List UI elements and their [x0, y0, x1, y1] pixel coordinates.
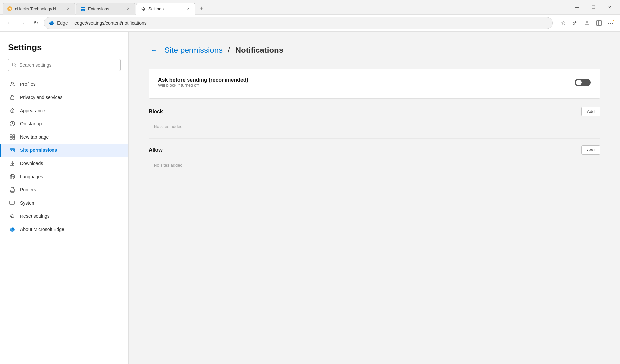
sidebar-label-profiles: Profiles — [20, 82, 36, 87]
search-settings-box[interactable] — [8, 59, 121, 71]
address-input-area[interactable]: Edge | edge://settings/content/notificat… — [44, 17, 553, 29]
window-controls: — ❐ ✕ — [569, 2, 617, 13]
sidebar-item-appearance[interactable]: Appearance — [0, 104, 128, 117]
browser-content: Settings Profiles — [0, 32, 620, 364]
tab-close-ghacks[interactable]: ✕ — [65, 6, 71, 12]
back-button[interactable]: ← — [4, 18, 15, 28]
sidebar-label-privacy: Privacy and services — [20, 95, 62, 100]
svg-rect-20 — [10, 135, 12, 137]
tabs-area: N gHacks Technology News ✕ Extensions ✕ — [3, 0, 567, 15]
downloads-icon — [9, 160, 16, 167]
tab-title-ghacks: gHacks Technology News — [15, 6, 62, 11]
sidebar-item-system[interactable]: System — [0, 196, 128, 210]
sitepermissions-icon — [9, 147, 16, 153]
allow-add-button[interactable]: Add — [581, 145, 600, 155]
sidebar-label-about: About Microsoft Edge — [20, 227, 64, 232]
sidebar-label-appearance: Appearance — [20, 108, 45, 113]
minimize-button[interactable]: — — [569, 2, 584, 13]
block-section-title: Block — [149, 109, 163, 115]
block-add-button[interactable]: Add — [581, 107, 600, 116]
forward-button[interactable]: → — [17, 18, 28, 28]
svg-point-16 — [12, 111, 13, 112]
allow-section-title: Allow — [149, 147, 163, 153]
ask-section-header: Ask before sending (recommended) Will bl… — [158, 77, 591, 88]
sidebar-item-languages[interactable]: Languages — [0, 170, 128, 183]
back-to-sitepermissions-button[interactable]: ← — [149, 45, 159, 55]
svg-point-8 — [51, 21, 53, 23]
close-button[interactable]: ✕ — [602, 2, 617, 13]
sidebar-item-profiles[interactable]: Profiles — [0, 78, 128, 91]
edge-logo-icon — [49, 20, 54, 26]
svg-rect-37 — [10, 201, 14, 204]
allow-empty-text: No sites added — [149, 160, 600, 170]
sidebar-label-printers: Printers — [20, 187, 36, 192]
page-title: Notifications — [235, 46, 283, 55]
address-bar: ← → ↻ Edge | edge://settings/content/not… — [0, 15, 620, 32]
address-url-text: Edge | edge://settings/content/notificat… — [57, 20, 548, 26]
menu-badge — [612, 19, 615, 22]
allow-section-header: Allow Add — [149, 145, 600, 155]
appearance-icon — [9, 107, 16, 114]
allow-section: Allow Add No sites added — [149, 145, 600, 170]
profile-icon[interactable] — [582, 18, 592, 28]
ask-toggle[interactable] — [575, 79, 591, 86]
sidebar-item-sitepermissions[interactable]: Site permissions — [0, 144, 128, 157]
svg-rect-2 — [81, 7, 83, 8]
svg-point-36 — [14, 190, 14, 191]
block-allow-divider — [149, 138, 600, 139]
sidebar-label-reset: Reset settings — [20, 214, 50, 219]
svg-line-13 — [15, 66, 16, 67]
main-content-area: ← Site permissions / Notifications Ask b… — [129, 32, 620, 364]
tab-ghacks[interactable]: N gHacks Technology News ✕ — [3, 3, 75, 15]
svg-rect-27 — [13, 150, 14, 151]
tab-extensions[interactable]: Extensions ✕ — [76, 3, 135, 15]
sidebar-item-printers[interactable]: Printers — [0, 183, 128, 196]
svg-rect-10 — [596, 21, 602, 25]
svg-point-42 — [12, 228, 14, 230]
menu-icon[interactable]: ⋯ — [605, 18, 616, 28]
svg-point-12 — [12, 63, 15, 66]
sidebar-item-startup[interactable]: On startup — [0, 117, 128, 130]
toggle-knob — [576, 80, 582, 85]
tab-close-extensions[interactable]: ✕ — [125, 6, 131, 12]
sidebar-item-newtab[interactable]: New tab page — [0, 130, 128, 144]
sidebar-label-startup: On startup — [20, 121, 42, 126]
sidebar-label-sitepermissions: Site permissions — [20, 148, 57, 153]
sidebar-item-downloads[interactable]: Downloads — [0, 157, 128, 170]
startup-icon — [9, 120, 16, 127]
tab-title-extensions: Extensions — [88, 6, 122, 11]
svg-point-14 — [11, 82, 14, 84]
breadcrumb-parent-link[interactable]: Site permissions — [164, 46, 223, 55]
page-header: ← Site permissions / Notifications — [149, 45, 600, 55]
settings-title: Settings — [0, 42, 128, 59]
reset-icon — [9, 213, 16, 219]
new-tab-button[interactable]: + — [196, 3, 207, 14]
tab-icon-extensions — [80, 6, 86, 11]
sidebar-item-reset[interactable]: Reset settings — [0, 210, 128, 223]
favorites-icon[interactable]: ☆ — [558, 18, 568, 28]
settings-sidebar: Settings Profiles — [0, 32, 129, 364]
toolbar-icons: ☆ ☍ ⋯ — [558, 18, 616, 28]
ask-section-text: Ask before sending (recommended) Will bl… — [158, 77, 248, 88]
maximize-button[interactable]: ❐ — [586, 2, 601, 13]
tab-icon-settings — [140, 6, 146, 11]
sidebar-item-privacy[interactable]: Privacy and services — [0, 91, 128, 104]
block-section-header: Block Add — [149, 107, 600, 116]
title-bar: N gHacks Technology News ✕ Extensions ✕ — [0, 0, 620, 15]
refresh-button[interactable]: ↻ — [30, 18, 41, 28]
tab-icon-news: N — [7, 6, 12, 11]
svg-rect-5 — [83, 9, 85, 11]
sidebar-label-languages: Languages — [20, 174, 43, 179]
svg-rect-21 — [13, 135, 15, 137]
svg-text:N: N — [9, 7, 11, 11]
svg-rect-3 — [83, 7, 85, 8]
svg-rect-26 — [11, 150, 12, 151]
search-settings-input[interactable] — [19, 62, 117, 68]
tab-settings[interactable]: Settings ✕ — [136, 3, 195, 15]
collections-icon[interactable]: ☍ — [570, 18, 580, 28]
sidebar-icon[interactable] — [594, 18, 604, 28]
sidebar-item-about[interactable]: About Microsoft Edge — [0, 223, 128, 236]
sidebar-label-system: System — [20, 200, 36, 206]
svg-rect-22 — [10, 137, 12, 139]
tab-close-settings[interactable]: ✕ — [185, 6, 191, 12]
